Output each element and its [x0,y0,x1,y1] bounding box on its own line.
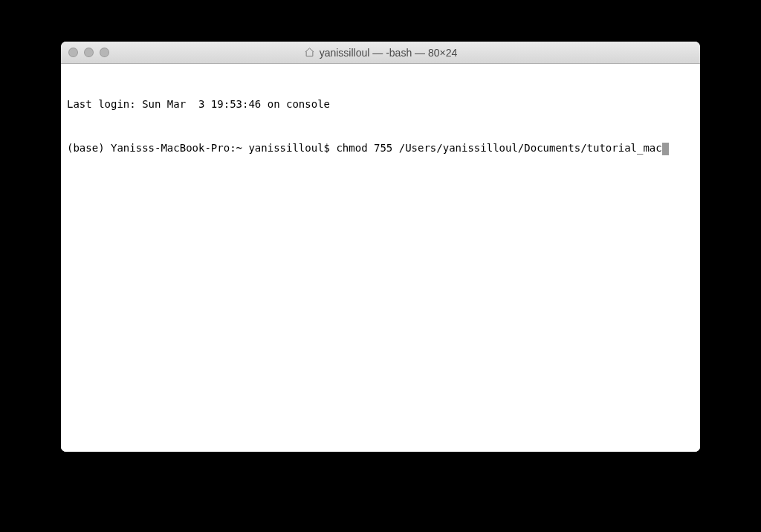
traffic-lights [68,48,109,57]
window-title: yanissilloul — -bash — 80×24 [320,47,458,59]
prompt-line: (base) Yanisss-MacBook-Pro:~ yanissillou… [67,141,694,156]
last-login-line: Last login: Sun Mar 3 19:53:46 on consol… [67,97,694,112]
titlebar[interactable]: yanissilloul — -bash — 80×24 [61,42,700,64]
minimize-button[interactable] [84,48,94,57]
title-group: yanissilloul — -bash — 80×24 [61,47,700,59]
cursor [662,143,669,155]
home-icon [304,47,315,58]
terminal-window: yanissilloul — -bash — 80×24 Last login:… [61,42,700,452]
command-text: chmod 755 /Users/yanissilloul/Documents/… [336,142,661,154]
close-button[interactable] [68,48,78,57]
shell-prompt: (base) Yanisss-MacBook-Pro:~ yanissillou… [67,142,336,154]
terminal-body[interactable]: Last login: Sun Mar 3 19:53:46 on consol… [61,64,700,452]
zoom-button[interactable] [100,48,109,57]
